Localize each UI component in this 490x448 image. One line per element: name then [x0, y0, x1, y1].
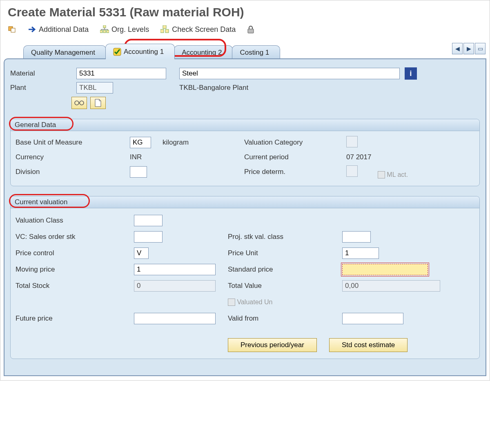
price-control-input[interactable]: [134, 247, 149, 259]
valid-from-input[interactable]: [342, 313, 403, 324]
display-button[interactable]: [71, 97, 87, 109]
info-button[interactable]: i: [405, 67, 417, 80]
check-data-icon: [160, 25, 169, 33]
lock-button[interactable]: [247, 25, 254, 33]
standard-price-input[interactable]: [342, 264, 428, 275]
svg-rect-4: [103, 30, 106, 33]
valuation-class-label: Valuation Class: [16, 216, 134, 225]
svg-rect-6: [160, 29, 164, 33]
valuation-category-value: [346, 136, 358, 147]
tab-label: Accounting 2: [182, 49, 222, 57]
tab-content: Material i Plant TKBL TKBL-Bangalore Pla…: [4, 58, 486, 376]
material-input[interactable]: [76, 68, 166, 79]
current-valuation-group: Current valuation Valuation Class VC: Sa…: [10, 196, 480, 359]
check-icon: [113, 48, 121, 56]
currency-label: Currency: [16, 153, 130, 161]
tabstrip: Quality Management Accounting 1 Accounti…: [4, 41, 486, 59]
ml-act-label: ML act.: [387, 171, 408, 178]
org-levels-icon: [100, 25, 109, 33]
material-label: Material: [10, 69, 71, 78]
price-unit-input[interactable]: [342, 247, 379, 259]
vc-sales-order-stk-label: VC: Sales order stk: [16, 233, 134, 241]
plant-value: TKBL: [76, 82, 113, 94]
tab-label: Accounting 1: [124, 48, 164, 56]
material-desc-input[interactable]: [179, 68, 400, 79]
lock-icon: [247, 25, 254, 33]
total-stock-label: Total Stock: [16, 282, 134, 290]
future-price-label: Future price: [16, 314, 134, 323]
valid-from-label: Valid from: [228, 314, 342, 323]
svg-rect-3: [100, 30, 102, 33]
svg-rect-2: [103, 25, 106, 28]
current-valuation-header: Current valuation: [11, 196, 479, 208]
price-determ-label: Price determ.: [244, 168, 346, 176]
general-data-header: General Data: [11, 119, 479, 131]
svg-rect-1: [11, 28, 15, 32]
svg-point-11: [75, 101, 79, 105]
buom-text: kilogram: [158, 138, 220, 147]
check-screen-data-label: Check Screen Data: [172, 25, 236, 34]
standard-price-label: Standard price: [228, 265, 342, 274]
proj-stk-val-class-label: Proj. stk val. class: [228, 233, 342, 241]
price-control-label: Price control: [16, 249, 134, 257]
division-label: Division: [16, 168, 130, 176]
application-toolbar: Additional Data Org. Levels Check Screen…: [0, 22, 490, 41]
new-page-icon: [94, 99, 102, 107]
tab-accounting-1[interactable]: Accounting 1: [105, 44, 175, 59]
toolbar-views-button[interactable]: [8, 25, 17, 34]
currency-value: INR: [130, 153, 158, 161]
vc-sales-order-stk-input[interactable]: [134, 231, 163, 243]
svg-rect-7: [165, 29, 169, 33]
check-screen-data-button[interactable]: Check Screen Data: [160, 25, 236, 34]
valuation-category-label: Valuation Category: [244, 138, 346, 147]
svg-point-12: [80, 101, 84, 105]
moving-price-label: Moving price: [16, 265, 134, 274]
total-value-label: Total Value: [228, 282, 342, 290]
create-button[interactable]: [90, 97, 106, 109]
valuation-class-input[interactable]: [134, 215, 163, 226]
tab-quality-management[interactable]: Quality Management: [23, 45, 106, 59]
org-levels-label: Org. Levels: [111, 25, 149, 34]
tab-navigator: ◀ ▶ ▭: [452, 43, 486, 54]
proj-stk-val-class-input[interactable]: [342, 231, 371, 243]
total-value-value: 0,00: [342, 280, 440, 292]
previous-period-year-button[interactable]: Previous period/year: [228, 338, 317, 352]
tab-costing-1[interactable]: Costing 1: [232, 45, 280, 59]
tab-label: Quality Management: [31, 49, 95, 57]
svg-rect-8: [163, 25, 166, 29]
tab-scroll-left-button[interactable]: ◀: [452, 43, 463, 54]
moving-price-input[interactable]: [134, 264, 216, 275]
plant-label: Plant: [10, 84, 71, 92]
general-data-group: General Data Base Unit of Measure kilogr…: [10, 119, 480, 186]
current-period-value: 07 2017: [346, 153, 474, 161]
tab-scroll-right-button[interactable]: ▶: [463, 43, 474, 54]
valuated-un-label: Valuated Un: [237, 299, 272, 305]
svg-rect-5: [107, 30, 109, 33]
svg-rect-9: [248, 29, 254, 33]
tab-list-button[interactable]: ▭: [475, 43, 486, 54]
division-input[interactable]: [130, 166, 147, 178]
future-price-input[interactable]: [134, 313, 216, 324]
additional-data-button[interactable]: Additional Data: [28, 25, 89, 34]
price-determ-value: [346, 165, 358, 177]
current-period-label: Current period: [244, 153, 346, 161]
price-unit-label: Price Unit: [228, 249, 342, 257]
page-title: Create Material 5331 (Raw material ROH): [0, 0, 490, 22]
arrow-right-icon: [28, 26, 36, 33]
buom-label: Base Unit of Measure: [16, 138, 130, 147]
org-levels-button[interactable]: Org. Levels: [100, 25, 149, 34]
views-icon: [8, 25, 17, 34]
glasses-icon: [74, 100, 84, 106]
ml-act-checkbox: [378, 171, 385, 178]
valuated-un-checkbox: [228, 299, 235, 306]
plant-desc: TKBL-Bangalore Plant: [179, 84, 400, 92]
tab-label: Costing 1: [240, 49, 269, 57]
std-cost-estimate-button[interactable]: Std cost estimate: [329, 338, 408, 352]
tab-accounting-2[interactable]: Accounting 2: [174, 45, 233, 59]
buom-input[interactable]: [130, 137, 151, 148]
total-stock-value: 0: [134, 280, 216, 292]
additional-data-label: Additional Data: [39, 25, 89, 34]
